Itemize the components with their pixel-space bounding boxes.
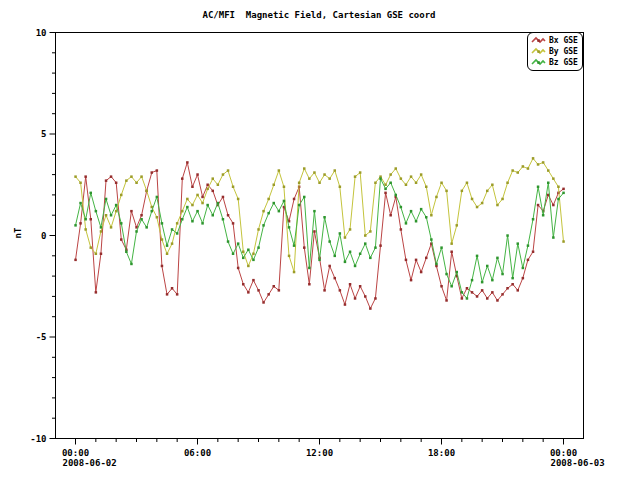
- y-tick-label: -10: [30, 434, 46, 444]
- x-tick-date-label: 2008-06-03: [551, 458, 605, 468]
- legend-item-bx: Bx GSE: [531, 35, 578, 46]
- bz-line-sample-icon: [531, 58, 546, 67]
- x-tick-label: 18:00: [428, 448, 455, 458]
- legend-item-by: By GSE: [531, 46, 578, 57]
- y-tick-label: 5: [41, 129, 46, 139]
- by-line-sample-icon: [531, 47, 546, 56]
- x-tick-date-label: 2008-06-02: [63, 458, 117, 468]
- legend: Bx GSE By GSE Bz GSE: [527, 32, 583, 71]
- x-tick-label: 00:00: [550, 448, 577, 458]
- y-tick-label: 10: [36, 28, 47, 38]
- legend-label-bz: Bz GSE: [549, 57, 578, 68]
- x-tick-label: 12:00: [306, 448, 333, 458]
- legend-label-bx: Bx GSE: [549, 35, 578, 46]
- legend-item-bz: Bz GSE: [531, 57, 578, 68]
- x-tick-label: 06:00: [184, 448, 211, 458]
- bx-line-sample-icon: [531, 36, 546, 45]
- plot-area: 1050-5-1000:002008-06-0206:0012:0018:000…: [0, 0, 640, 480]
- y-axis-ticks: 1050-5-10: [30, 28, 55, 444]
- x-tick-label: 00:00: [62, 448, 89, 458]
- legend-label-by: By GSE: [549, 46, 578, 57]
- axis-box: [56, 33, 584, 439]
- x-axis-ticks: 00:002008-06-0206:0012:0018:0000:002008-…: [62, 439, 605, 468]
- y-tick-label: -5: [36, 332, 47, 342]
- chart-canvas: AC/MFI Magnetic Field, Cartesian GSE coo…: [0, 0, 640, 480]
- y-tick-label: 0: [41, 231, 46, 241]
